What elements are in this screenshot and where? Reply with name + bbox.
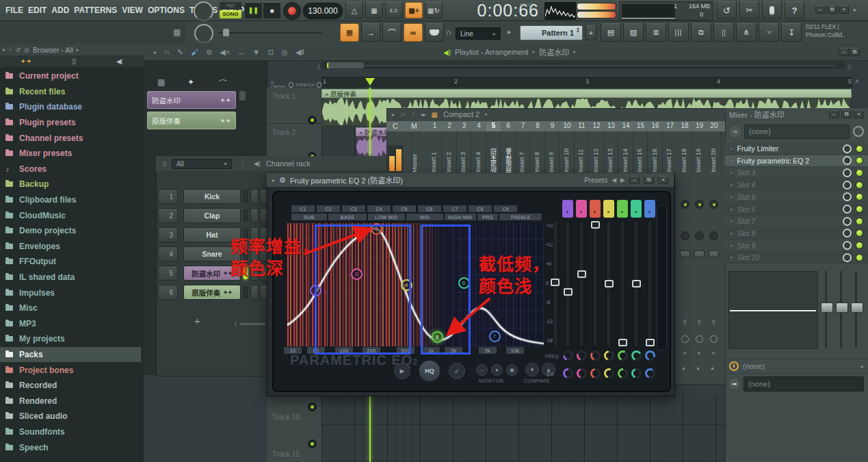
mixer-track-name[interactable]: Insert 15 — [636, 133, 643, 172]
dock-icon[interactable]: ↑ — [412, 111, 415, 118]
eq-band-3-freq-knob[interactable] — [590, 350, 601, 361]
open-project-picker-button[interactable]: ▯ — [713, 23, 734, 42]
channel-number-2[interactable]: 2 — [158, 208, 178, 223]
slot-enable-led[interactable] — [856, 218, 863, 225]
route-icon[interactable]: ➔ — [729, 126, 741, 138]
track-mini-fader[interactable] — [694, 251, 705, 257]
preset-next-icon[interactable]: ▶ — [620, 177, 625, 183]
browser-back-icon[interactable]: ↺ — [16, 47, 21, 53]
track-clock-icon[interactable] — [681, 335, 689, 343]
track-up-arrow-icon[interactable]: ⇧ — [695, 319, 704, 328]
browser-item-packs[interactable]: Packs — [0, 347, 141, 363]
mixer-track-name[interactable]: Insert 10 — [563, 133, 570, 172]
mixer-slot-7[interactable]: ▸Slot 7 — [725, 216, 868, 227]
mixer-track-name[interactable]: 防盗水印 — [489, 133, 498, 172]
track-mini-fader[interactable] — [709, 251, 719, 257]
pattern-play-icon[interactable]: ▸ — [508, 27, 512, 36]
playlist-restore-button[interactable]: ⧉ — [850, 48, 860, 56]
slot-mix-knob[interactable] — [843, 144, 852, 153]
record-button[interactable] — [283, 2, 301, 20]
wait-for-input-button[interactable]: ▦ — [365, 2, 383, 18]
mixer-track-number-6[interactable]: 6 — [501, 122, 516, 129]
slot-mix-knob[interactable] — [843, 229, 852, 238]
mixer-track-name[interactable]: Insert 18 — [681, 133, 687, 172]
mixer-track-number-18[interactable]: 18 — [678, 122, 692, 129]
eq-band-6-slider-handle[interactable] — [632, 280, 641, 287]
mixer-track-name[interactable]: Insert 7 — [518, 133, 525, 172]
eq-minimize-button[interactable]: – — [629, 176, 640, 184]
track-up-arrow-icon[interactable]: ⇧ — [681, 319, 689, 328]
open-piano-roll-button[interactable]: ▨ — [623, 23, 644, 42]
mixer-track-number-17[interactable]: 17 — [663, 122, 677, 129]
browser-item-demo-projects[interactable]: Demo projects — [0, 223, 141, 239]
stretch-toggle[interactable] — [317, 82, 321, 88]
browser-item-my-projects[interactable]: My projects — [0, 331, 141, 347]
browser-tab-audio-icon[interactable]: ✦✦ — [21, 57, 32, 65]
channel-number-6[interactable]: 6 — [158, 285, 178, 300]
snap-magnet-icon[interactable]: ∩ — [164, 48, 170, 56]
channel-led-2[interactable] — [244, 209, 248, 222]
scroll-left-icon[interactable]: 〈 — [315, 63, 320, 70]
menu-file[interactable]: FILE — [5, 5, 23, 15]
track-mute-button[interactable] — [695, 231, 704, 240]
slot-mix-knob[interactable] — [843, 192, 852, 201]
eq-band-4-bw-knob[interactable] — [604, 368, 614, 378]
mixer-track-number-2[interactable]: 2 — [443, 122, 457, 129]
snap-selector[interactable]: Line▸ — [456, 27, 501, 40]
eq-band-4-freq-knob[interactable] — [604, 350, 614, 361]
browser-item-current-project[interactable]: Current project — [0, 68, 141, 84]
eq-column-c2[interactable]: C2 — [317, 205, 340, 212]
browser-item-channel-presets[interactable]: Channel presets — [0, 130, 141, 146]
stop-button[interactable]: ■ — [263, 2, 280, 18]
mixer-track-number-1[interactable]: 1 — [428, 122, 442, 129]
mixer-close-button[interactable]: × — [854, 110, 864, 118]
mixer-track-number-16[interactable]: 16 — [648, 122, 663, 129]
main-slider-handle[interactable] — [223, 29, 229, 36]
tempo-display[interactable]: 130.000 — [303, 3, 343, 19]
eq-band-5-bw-knob[interactable] — [618, 368, 628, 378]
mixer-slot-5[interactable]: ▸Slot 5 — [725, 192, 868, 203]
slot-mix-knob[interactable] — [843, 205, 852, 214]
eq-column-c3[interactable]: C3 — [342, 205, 365, 212]
slice-tool-icon[interactable]: ▼ — [252, 48, 260, 56]
slot-enable-led[interactable] — [856, 193, 863, 201]
detach-icon[interactable]: ☞ — [400, 111, 406, 118]
eq-band-6-bw-knob[interactable] — [631, 368, 642, 378]
track-1-led[interactable] — [308, 116, 317, 125]
mixer-track-number-5[interactable]: 5 — [486, 122, 501, 131]
paint-tool-icon[interactable]: 🖌 — [191, 48, 198, 56]
playback-tool-icon[interactable]: ◀‖ — [295, 48, 304, 57]
playlist-scrollbar[interactable] — [321, 62, 845, 69]
eq-band-1-slider-handle[interactable] — [564, 288, 573, 296]
browser-item-recorded[interactable]: Recorded — [0, 378, 141, 394]
eq-band-7-header[interactable] — [644, 200, 655, 218]
step-edit-button[interactable]: → — [361, 23, 380, 42]
plugin-picker-button[interactable]: ⋔ — [736, 23, 757, 42]
channel-rack-titlebar[interactable]: ▯ All▸ ⋮ ◀) Channel rack — [156, 156, 386, 171]
open-channel-rack-button[interactable]: ≣ — [646, 23, 666, 42]
app-minimize-button[interactable]: – — [815, 5, 826, 14]
mixer-slot-10[interactable]: ▸Slot 10 — [725, 252, 868, 264]
eq-fader-handle[interactable] — [836, 303, 848, 313]
browser-item-rendered[interactable]: Rendered — [0, 393, 141, 409]
browser-item-mixer-presets[interactable]: Mixer presets — [0, 146, 141, 162]
browser-tab-files-icon[interactable]: ▯ — [72, 57, 76, 65]
slot-mix-knob[interactable] — [843, 181, 852, 190]
eq-titlebar[interactable]: ▸ ⚙ Fruity parametric EQ 2 (防盗水印) Preset… — [267, 173, 674, 187]
slot-mix-knob[interactable] — [843, 241, 852, 250]
menu-view[interactable]: VIEW — [122, 5, 143, 15]
eq-band-1-header[interactable] — [562, 200, 573, 218]
eq-band-3-slider-handle[interactable] — [591, 221, 600, 229]
slot-mix-knob[interactable] — [843, 168, 852, 177]
mixer-track-name[interactable]: Insert 14 — [622, 133, 629, 172]
browser-item-plugin-presets[interactable]: Plugin presets — [0, 115, 141, 131]
playlist-crumb[interactable]: 防盗水印 — [539, 47, 569, 57]
preset-prev-icon[interactable]: ◀ — [611, 177, 616, 183]
pattern-item-1[interactable]: 防盗水印 ✦✦ — [147, 91, 236, 109]
browser-item-impulses[interactable]: Impulses — [0, 285, 141, 300]
eq-band-7-freq-knob[interactable] — [645, 350, 655, 361]
eq-band-3-header[interactable] — [590, 200, 601, 218]
delete-tool-icon[interactable]: ⊘ — [206, 48, 212, 57]
browser-item-plugin-database[interactable]: Plugin database — [0, 99, 141, 115]
channel-button-1[interactable]: Kick — [183, 189, 241, 204]
